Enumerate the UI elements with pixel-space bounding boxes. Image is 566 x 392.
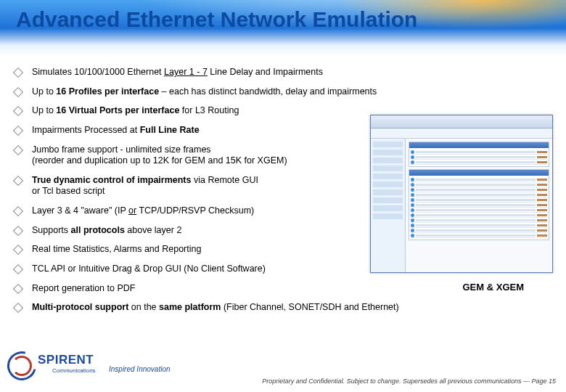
gui-screenshot <box>370 115 553 273</box>
footer-text: Proprietary and Confidential. Subject to… <box>262 377 556 385</box>
screenshot-main <box>406 139 552 272</box>
bullet-item: Up to 16 Profiles per interface – each h… <box>25 86 547 98</box>
logo-swirl-icon <box>7 351 35 379</box>
logo-text: SPIRENT <box>38 353 94 367</box>
logo-tagline: Inspired Innovation <box>109 365 171 373</box>
screenshot-toolbar <box>371 128 552 139</box>
page-title: Advanced Ethernet Network Emulation <box>16 7 417 32</box>
spirent-logo: SPIRENT Communications <box>7 348 123 385</box>
screenshot-sidebar <box>371 139 406 272</box>
logo-subtext: Communications <box>52 367 96 374</box>
bullet-item: Simulates 10/100/1000 Ethernet Layer 1 -… <box>25 67 547 78</box>
bullet-item: Multi-protocol support on the same platf… <box>25 302 547 314</box>
screenshot-caption: GEM & XGEM <box>462 282 524 293</box>
screenshot-titlebar <box>371 115 552 128</box>
